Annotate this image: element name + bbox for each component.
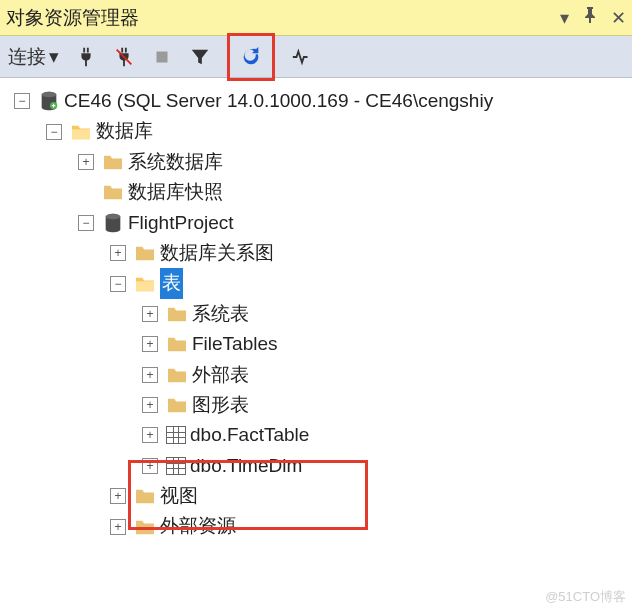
folder-icon [166,335,188,353]
chevron-down-icon: ▾ [49,45,59,68]
folder-icon [166,366,188,384]
diagrams-label: 数据库关系图 [160,238,274,268]
refresh-icon[interactable] [240,46,262,68]
project-db-node[interactable]: − FlightProject [2,208,630,238]
expander-icon[interactable]: + [142,427,158,443]
plug-disconnect-icon[interactable] [113,46,135,68]
views-node[interactable]: + 视图 [2,481,630,511]
filter-icon[interactable] [189,46,211,68]
tables-node[interactable]: − 表 [2,268,630,298]
filetables-label: FileTables [192,329,278,359]
graphtables-node[interactable]: + 图形表 [2,390,630,420]
snapshot-node[interactable]: 数据库快照 [2,177,630,207]
timedim-node[interactable]: + dbo.TimeDim [2,451,630,481]
pin-icon[interactable] [583,7,597,29]
snapshot-label: 数据库快照 [128,177,223,207]
refresh-highlight-box [227,33,275,81]
expander-icon[interactable]: + [142,458,158,474]
stop-icon[interactable] [151,46,173,68]
folder-icon [134,487,156,505]
expander-icon[interactable]: + [110,488,126,504]
systables-label: 系统表 [192,299,249,329]
externaltables-label: 外部表 [192,360,249,390]
project-label: FlightProject [128,208,234,238]
expander-blank [78,184,94,200]
systables-node[interactable]: + 系统表 [2,299,630,329]
connect-label: 连接 [8,44,46,70]
folder-open-icon [134,275,156,293]
folder-icon [134,518,156,536]
databases-label: 数据库 [96,116,153,146]
expander-icon[interactable]: − [14,93,30,109]
expander-icon[interactable]: + [78,154,94,170]
extres-node[interactable]: + 外部资源 [2,511,630,541]
server-node[interactable]: − CE46 (SQL Server 14.0.1000.169 - CE46\… [2,86,630,116]
folder-icon [166,305,188,323]
folder-icon [134,244,156,262]
titlebar-controls: ▾ ✕ [560,7,626,29]
toolbar: 连接 ▾ [0,36,632,78]
expander-icon[interactable]: + [142,397,158,413]
expander-icon[interactable]: − [46,124,62,140]
timedim-label: dbo.TimeDim [190,451,302,481]
facttable-node[interactable]: + dbo.FactTable [2,420,630,450]
server-label: CE46 (SQL Server 14.0.1000.169 - CE46\ce… [64,86,493,116]
tables-label: 表 [160,268,183,298]
filetables-node[interactable]: + FileTables [2,329,630,359]
extres-label: 外部资源 [160,511,236,541]
expander-icon[interactable]: + [142,367,158,383]
expander-icon[interactable]: − [110,276,126,292]
close-icon[interactable]: ✕ [611,7,626,29]
panel-titlebar: 对象资源管理器 ▾ ✕ [0,0,632,36]
expander-icon[interactable]: + [110,245,126,261]
svg-point-6 [106,214,121,220]
views-label: 视图 [160,481,198,511]
activity-icon[interactable] [291,46,313,68]
sysdb-node[interactable]: + 系统数据库 [2,147,630,177]
facttable-label: dbo.FactTable [190,420,309,450]
svg-rect-1 [157,51,168,62]
connect-button[interactable]: 连接 ▾ [8,44,59,70]
dropdown-icon[interactable]: ▾ [560,7,569,29]
sysdb-label: 系统数据库 [128,147,223,177]
expander-icon[interactable]: + [142,306,158,322]
folder-icon [166,396,188,414]
table-icon [166,426,186,444]
folder-icon [102,183,124,201]
database-icon [102,212,124,234]
graphtables-label: 图形表 [192,390,249,420]
expander-icon[interactable]: − [78,215,94,231]
folder-icon [102,153,124,171]
svg-point-3 [42,92,57,98]
panel-title: 对象资源管理器 [6,5,560,31]
table-icon [166,457,186,475]
server-icon [38,90,60,112]
databases-node[interactable]: − 数据库 [2,116,630,146]
folder-icon [70,123,92,141]
plug-connect-icon[interactable] [75,46,97,68]
expander-icon[interactable]: + [142,336,158,352]
diagrams-node[interactable]: + 数据库关系图 [2,238,630,268]
watermark: @51CTO博客 [545,588,626,606]
externaltables-node[interactable]: + 外部表 [2,360,630,390]
object-explorer-tree: − CE46 (SQL Server 14.0.1000.169 - CE46\… [0,78,632,550]
expander-icon[interactable]: + [110,519,126,535]
